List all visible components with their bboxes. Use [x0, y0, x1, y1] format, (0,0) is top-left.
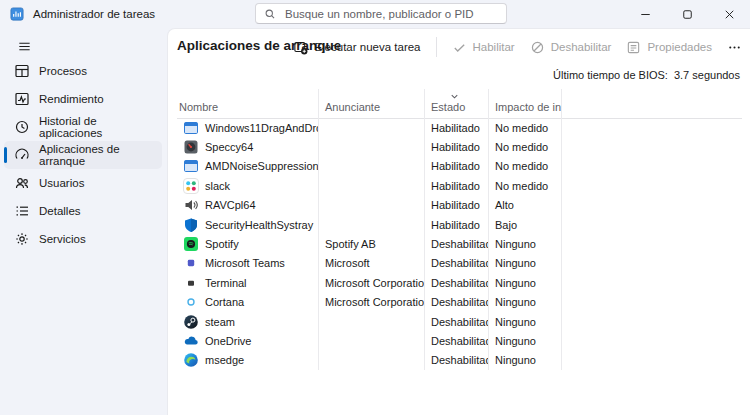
cell-publisher	[319, 118, 425, 137]
cell-publisher: Spotify AB	[319, 234, 425, 253]
search-box[interactable]	[255, 3, 507, 24]
cell-publisher	[319, 157, 425, 176]
steam-icon	[183, 314, 199, 330]
cell-publisher: Microsoft Corporation	[319, 293, 425, 312]
table-row[interactable]: SpotifySpotify ABDeshabilitadoNinguno	[177, 234, 562, 253]
new-task-icon	[293, 40, 308, 55]
minimize-button[interactable]	[624, 0, 666, 28]
navigation-menu-button[interactable]	[10, 34, 38, 58]
sidebar-item-servicios[interactable]: Servicios	[4, 225, 162, 253]
table-row[interactable]: TerminalMicrosoft CorporationDeshabilita…	[177, 273, 562, 292]
column-header-label: Anunciante	[325, 101, 380, 113]
maximize-button[interactable]	[666, 0, 708, 28]
app-name: OneDrive	[205, 335, 251, 347]
startup-icon	[14, 147, 30, 163]
sidebar-item-label: Detalles	[39, 205, 81, 217]
bios-label: Último tiempo de BIOS:	[553, 69, 668, 81]
close-button[interactable]	[708, 0, 750, 28]
table-row[interactable]: CortanaMicrosoft CorporationDeshabilitad…	[177, 293, 562, 312]
enable-button[interactable]: Habilitar	[452, 40, 515, 55]
cell-name: Windows11DragAndDropT...	[177, 118, 319, 137]
sidebar-item-procesos[interactable]: Procesos	[4, 57, 162, 85]
table-row[interactable]: slackHabilitadoNo medido	[177, 176, 562, 195]
sidebar-item-label: Procesos	[39, 65, 87, 77]
table-row[interactable]: SecurityHealthSystrayHabilitadoBajo	[177, 215, 562, 234]
cell-publisher	[319, 312, 425, 331]
app-name: slack	[205, 180, 230, 192]
sidebar-item-rendimiento[interactable]: Rendimiento	[4, 85, 162, 113]
toolbar-separator	[436, 37, 437, 57]
cell-status: Habilitado	[425, 215, 489, 234]
cell-impact: No medido	[489, 118, 562, 137]
sidebar-item-detalles[interactable]: Detalles	[4, 197, 162, 225]
cell-status: Deshabilitado	[425, 331, 489, 350]
cell-status: Deshabilitado	[425, 351, 489, 370]
performance-icon	[14, 91, 30, 107]
table-row[interactable]: Windows11DragAndDropT...HabilitadoNo med…	[177, 118, 562, 137]
table-row[interactable]: steamDeshabilitadoNinguno	[177, 312, 562, 331]
cell-impact: Ninguno	[489, 254, 562, 273]
windows-app-icon	[183, 158, 199, 174]
window-title: Administrador de tareas	[33, 8, 155, 20]
app-name: Microsoft Teams	[205, 257, 285, 269]
check-icon	[452, 40, 467, 55]
app-name: Speccy64	[205, 141, 253, 153]
cell-name: Spotify	[177, 234, 319, 253]
sort-chevron-down-icon	[449, 91, 460, 102]
speaker-icon	[183, 197, 199, 213]
sidebar-item-historial[interactable]: Historial de aplicaciones	[4, 113, 162, 141]
disable-button[interactable]: Deshabilitar	[530, 40, 612, 55]
cell-publisher	[319, 176, 425, 195]
sidebar-nav: ProcesosRendimientoHistorial de aplicaci…	[4, 57, 162, 253]
table-row[interactable]: msedgeDeshabilitadoNinguno	[177, 351, 562, 370]
cell-name: SecurityHealthSystray	[177, 215, 319, 234]
sidebar-item-usuarios[interactable]: Usuarios	[4, 169, 162, 197]
last-bios-time: Último tiempo de BIOS:3.7 segundos	[553, 69, 740, 81]
column-header-impact[interactable]: Impacto de ini...	[489, 89, 562, 118]
app-name: Windows11DragAndDropT...	[205, 122, 319, 134]
cell-publisher	[319, 215, 425, 234]
teams-icon	[183, 255, 199, 271]
cell-name: Cortana	[177, 293, 319, 312]
cell-status: Deshabilitado	[425, 312, 489, 331]
cell-publisher	[319, 331, 425, 350]
sidebar-item-label: Aplicaciones de arranque	[39, 143, 162, 167]
cell-status: Habilitado	[425, 196, 489, 215]
column-header-label: Estado	[431, 101, 465, 113]
app-name: Spotify	[205, 238, 239, 250]
bios-value: 3.7 segundos	[674, 69, 740, 81]
sidebar-item-aplicaciones-arranque[interactable]: Aplicaciones de arranque	[4, 141, 162, 169]
app-name: RAVCpl64	[205, 199, 256, 211]
cell-status: Habilitado	[425, 157, 489, 176]
table-row[interactable]: AMDNoiseSuppressionHabilitadoNo medido	[177, 157, 562, 176]
table-row[interactable]: Speccy64HabilitadoNo medido	[177, 137, 562, 156]
titlebar: Administrador de tareas	[0, 0, 750, 28]
table-row[interactable]: Microsoft TeamsMicrosoftDeshabilitadoNin…	[177, 254, 562, 273]
column-header-status[interactable]: Estado	[425, 89, 489, 118]
run-new-task-button[interactable]: Ejecutar nueva tarea	[293, 40, 420, 55]
cortana-icon	[183, 294, 199, 310]
cell-name: AMDNoiseSuppression	[177, 157, 319, 176]
sidebar-item-label: Usuarios	[39, 177, 84, 189]
search-input[interactable]	[283, 7, 498, 21]
more-options-button[interactable]	[727, 40, 742, 55]
table-body: Windows11DragAndDropT...HabilitadoNo med…	[177, 118, 562, 370]
app-name: Cortana	[205, 296, 244, 308]
cell-status: Deshabilitado	[425, 234, 489, 253]
column-header-publisher[interactable]: Anunciante	[319, 89, 425, 118]
toolbar: Ejecutar nueva tarea Habilitar Deshabili…	[293, 36, 742, 58]
minimize-icon	[638, 7, 653, 22]
onedrive-icon	[183, 333, 199, 349]
cell-publisher	[319, 351, 425, 370]
table-row[interactable]: RAVCpl64HabilitadoAlto	[177, 196, 562, 215]
table-row[interactable]: OneDriveDeshabilitadoNinguno	[177, 331, 562, 350]
cell-name: msedge	[177, 351, 319, 370]
disable-label: Deshabilitar	[551, 41, 612, 53]
properties-button[interactable]: Propiedades	[626, 40, 712, 55]
block-icon	[530, 40, 545, 55]
services-icon	[14, 231, 30, 247]
cell-name: slack	[177, 176, 319, 195]
terminal-icon	[183, 275, 199, 291]
column-header-name[interactable]: Nombre	[177, 89, 319, 118]
cell-status: Deshabilitado	[425, 254, 489, 273]
